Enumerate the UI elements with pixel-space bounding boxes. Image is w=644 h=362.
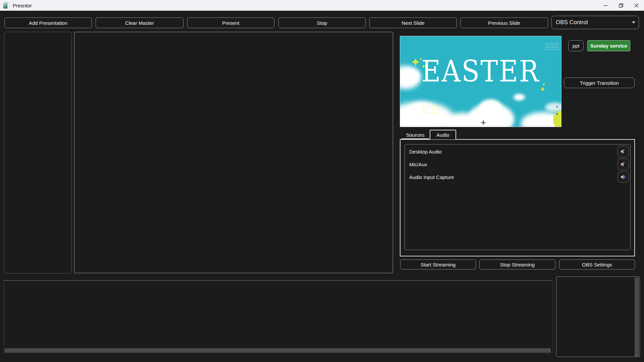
- chevron-down-icon: [632, 21, 635, 23]
- mute-toggle-button[interactable]: [618, 171, 629, 183]
- x-decoration: ×: [556, 109, 558, 112]
- bottom-content-panel[interactable]: [4, 280, 553, 353]
- trigger-transition-button[interactable]: Trigger Transition: [564, 77, 635, 88]
- mute-toggle-button[interactable]: [618, 159, 629, 170]
- restore-button[interactable]: [613, 0, 629, 11]
- obs-preview-image[interactable]: EASTER × × ×: [400, 36, 561, 127]
- title-bar: Presntor: [0, 0, 644, 11]
- app-icon: [3, 2, 9, 9]
- audio-source-list[interactable]: Desktop Audio Mic/Aux Audio Input Captur…: [405, 144, 631, 250]
- x-decoration: ×: [556, 113, 558, 116]
- tab-sources[interactable]: Sources: [401, 131, 429, 139]
- vertical-scrollbar-thumb[interactable]: [635, 278, 639, 356]
- present-button[interactable]: Present: [187, 17, 274, 28]
- cloud-shape: [514, 94, 525, 101]
- audio-source-row[interactable]: Mic/Aux: [405, 158, 630, 171]
- muted-speaker-icon: [621, 162, 626, 167]
- window-controls: [598, 0, 644, 11]
- audio-source-name: Mic/Aux: [409, 162, 427, 167]
- obs-settings-button[interactable]: OBS Settings: [559, 259, 635, 269]
- add-presentation-button[interactable]: Add Presentation: [4, 17, 92, 28]
- sparkle-icon: [542, 83, 545, 86]
- bottom-side-panel[interactable]: [556, 277, 640, 357]
- playlist-badge[interactable]: Sunday service: [587, 40, 630, 51]
- next-slide-button[interactable]: Next Slide: [369, 17, 457, 28]
- window-title: Presntor: [13, 3, 32, 8]
- horizontal-scrollbar-thumb[interactable]: [5, 348, 550, 353]
- obs-control-dropdown[interactable]: OBS Control: [551, 16, 639, 29]
- audio-source-name: Desktop Audio: [409, 149, 442, 155]
- speaker-icon: [621, 174, 626, 180]
- plus-cursor-icon: [481, 120, 486, 125]
- presentation-list-panel[interactable]: [4, 32, 72, 274]
- horizontal-scrollbar[interactable]: [5, 348, 552, 353]
- audio-source-row[interactable]: Audio Input Capture: [405, 171, 630, 183]
- presentation-type-badge[interactable]: ppt: [568, 40, 584, 51]
- dot-grid-decoration: [545, 42, 560, 51]
- slide-title-text: EASTER: [400, 57, 561, 86]
- slide-view-panel[interactable]: [74, 32, 393, 273]
- sparkle-icon: [540, 86, 545, 92]
- previous-slide-button[interactable]: Previous Slide: [460, 17, 548, 28]
- clear-master-button[interactable]: Clear Master: [96, 17, 183, 28]
- x-decoration: ×: [556, 105, 558, 109]
- close-button[interactable]: [629, 0, 644, 11]
- sparkle-icon: [419, 57, 423, 61]
- close-icon: [634, 3, 639, 8]
- restore-icon: [619, 3, 623, 8]
- dot-grid-decoration: [422, 105, 439, 115]
- obs-control-label: OBS Control: [556, 19, 588, 26]
- minimize-button[interactable]: [598, 0, 613, 11]
- stop-streaming-button[interactable]: Stop Streaming: [479, 259, 555, 269]
- sparkle-icon: [422, 64, 426, 68]
- sparkle-icon: [411, 58, 420, 66]
- cloud-shape: [479, 99, 502, 118]
- start-streaming-button[interactable]: Start Streaming: [400, 259, 476, 269]
- audio-source-row[interactable]: Desktop Audio: [405, 145, 630, 158]
- muted-speaker-icon: [621, 149, 626, 154]
- audio-mixer-pane: Desktop Audio Mic/Aux Audio Input Captur…: [400, 139, 635, 256]
- tab-audio[interactable]: Audio: [430, 130, 456, 139]
- mute-toggle-button[interactable]: [618, 146, 629, 157]
- minimize-icon: [603, 3, 608, 8]
- audio-source-name: Audio Input Capture: [409, 174, 454, 180]
- stop-button[interactable]: Stop: [278, 17, 366, 28]
